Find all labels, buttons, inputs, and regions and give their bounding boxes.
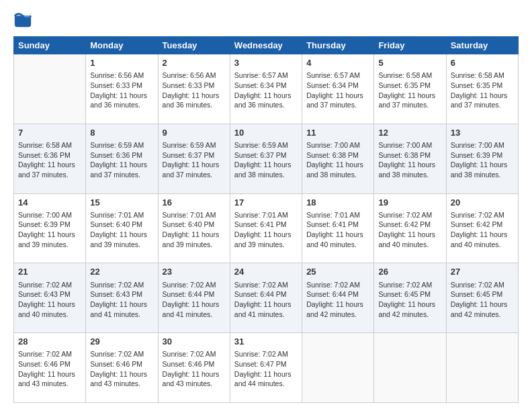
calendar-table: SundayMondayTuesdayWednesdayThursdayFrid… xyxy=(13,36,519,403)
sunset: Sunset: 6:34 PM xyxy=(234,81,287,89)
sunset: Sunset: 6:42 PM xyxy=(451,220,503,228)
page: SundayMondayTuesdayWednesdayThursdayFrid… xyxy=(0,0,532,411)
daylight: Daylight: 11 hours and 36 minutes. xyxy=(90,91,147,109)
sunrise: Sunrise: 6:57 AM xyxy=(234,71,288,79)
sunrise: Sunrise: 7:02 AM xyxy=(234,281,288,289)
calendar-cell: 28Sunrise: 7:02 AMSunset: 6:46 PMDayligh… xyxy=(14,333,86,403)
day-number: 20 xyxy=(451,197,514,209)
sunset: Sunset: 6:46 PM xyxy=(163,360,215,368)
calendar-cell: 6Sunrise: 6:58 AMSunset: 6:35 PMDaylight… xyxy=(446,54,518,124)
daylight: Daylight: 11 hours and 41 minutes. xyxy=(90,300,147,318)
sunset: Sunset: 6:34 PM xyxy=(306,81,359,89)
calendar-cell: 12Sunrise: 7:00 AMSunset: 6:38 PMDayligh… xyxy=(374,124,446,193)
day-number: 31 xyxy=(234,336,298,348)
calendar-cell: 4Sunrise: 6:57 AMSunset: 6:34 PMDaylight… xyxy=(302,54,374,124)
sunset: Sunset: 6:35 PM xyxy=(378,81,431,89)
calendar-cell: 29Sunrise: 7:02 AMSunset: 6:46 PMDayligh… xyxy=(86,333,158,403)
day-number: 23 xyxy=(163,266,226,278)
calendar-cell: 16Sunrise: 7:01 AMSunset: 6:40 PMDayligh… xyxy=(158,193,230,263)
col-header-thursday: Thursday xyxy=(302,37,374,54)
daylight: Daylight: 11 hours and 37 minutes. xyxy=(163,161,220,179)
daylight: Daylight: 11 hours and 39 minutes. xyxy=(90,230,147,248)
daylight: Daylight: 11 hours and 38 minutes. xyxy=(234,161,292,179)
day-number: 7 xyxy=(18,127,81,139)
day-number: 2 xyxy=(163,57,226,69)
day-number: 11 xyxy=(306,127,369,139)
day-number: 25 xyxy=(306,266,369,278)
sunrise: Sunrise: 7:02 AM xyxy=(163,281,216,289)
sunset: Sunset: 6:41 PM xyxy=(306,220,359,228)
calendar-cell: 8Sunrise: 6:59 AMSunset: 6:36 PMDaylight… xyxy=(86,124,158,193)
calendar-cell xyxy=(302,333,374,403)
calendar-cell: 1Sunrise: 6:56 AMSunset: 6:33 PMDaylight… xyxy=(86,54,158,124)
sunset: Sunset: 6:36 PM xyxy=(90,151,142,159)
sunset: Sunset: 6:37 PM xyxy=(163,151,215,159)
sunrise: Sunrise: 7:02 AM xyxy=(306,281,360,289)
daylight: Daylight: 11 hours and 38 minutes. xyxy=(451,161,508,179)
daylight: Daylight: 11 hours and 43 minutes. xyxy=(163,370,220,388)
day-number: 24 xyxy=(234,266,298,278)
calendar-cell: 24Sunrise: 7:02 AMSunset: 6:44 PMDayligh… xyxy=(230,263,302,333)
daylight: Daylight: 11 hours and 38 minutes. xyxy=(306,161,363,179)
daylight: Daylight: 11 hours and 42 minutes. xyxy=(306,300,363,318)
daylight: Daylight: 11 hours and 37 minutes. xyxy=(451,91,508,109)
day-number: 13 xyxy=(451,127,514,139)
sunrise: Sunrise: 6:56 AM xyxy=(163,71,216,79)
day-number: 3 xyxy=(234,57,298,69)
sunset: Sunset: 6:33 PM xyxy=(90,81,142,89)
day-number: 6 xyxy=(451,57,514,69)
day-number: 9 xyxy=(163,127,226,139)
calendar-week-row: 7Sunrise: 6:58 AMSunset: 6:36 PMDaylight… xyxy=(14,124,519,193)
sunset: Sunset: 6:41 PM xyxy=(234,220,287,228)
sunrise: Sunrise: 6:59 AM xyxy=(90,141,144,149)
sunset: Sunset: 6:36 PM xyxy=(18,151,71,159)
sunrise: Sunrise: 7:02 AM xyxy=(234,350,288,358)
sunset: Sunset: 6:37 PM xyxy=(234,151,287,159)
header xyxy=(13,11,519,30)
calendar-week-row: 1Sunrise: 6:56 AMSunset: 6:33 PMDaylight… xyxy=(14,54,519,124)
daylight: Daylight: 11 hours and 40 minutes. xyxy=(378,230,435,248)
sunset: Sunset: 6:45 PM xyxy=(451,290,503,298)
calendar-cell: 14Sunrise: 7:00 AMSunset: 6:39 PMDayligh… xyxy=(14,193,86,263)
sunset: Sunset: 6:43 PM xyxy=(90,290,142,298)
logo xyxy=(13,11,35,30)
sunset: Sunset: 6:45 PM xyxy=(378,290,431,298)
col-header-wednesday: Wednesday xyxy=(230,37,302,54)
daylight: Daylight: 11 hours and 37 minutes. xyxy=(306,91,363,109)
daylight: Daylight: 11 hours and 40 minutes. xyxy=(18,300,75,318)
day-number: 26 xyxy=(378,266,441,278)
sunrise: Sunrise: 7:00 AM xyxy=(451,141,504,149)
calendar-cell: 3Sunrise: 6:57 AMSunset: 6:34 PMDaylight… xyxy=(230,54,302,124)
day-number: 19 xyxy=(378,197,441,209)
col-header-friday: Friday xyxy=(374,37,446,54)
day-number: 1 xyxy=(90,57,153,69)
sunset: Sunset: 6:39 PM xyxy=(18,220,71,228)
calendar-cell: 23Sunrise: 7:02 AMSunset: 6:44 PMDayligh… xyxy=(158,263,230,333)
calendar-week-row: 21Sunrise: 7:02 AMSunset: 6:43 PMDayligh… xyxy=(14,263,519,333)
sunrise: Sunrise: 7:01 AM xyxy=(234,211,288,219)
sunset: Sunset: 6:44 PM xyxy=(234,290,287,298)
day-number: 15 xyxy=(90,197,153,209)
calendar-header-row: SundayMondayTuesdayWednesdayThursdayFrid… xyxy=(14,37,519,54)
sunset: Sunset: 6:46 PM xyxy=(90,360,142,368)
sunrise: Sunrise: 7:00 AM xyxy=(306,141,360,149)
day-number: 14 xyxy=(18,197,81,209)
day-number: 16 xyxy=(163,197,226,209)
day-number: 28 xyxy=(18,336,81,348)
sunrise: Sunrise: 6:58 AM xyxy=(378,71,432,79)
sunset: Sunset: 6:40 PM xyxy=(90,220,142,228)
sunset: Sunset: 6:42 PM xyxy=(378,220,431,228)
calendar-cell: 26Sunrise: 7:02 AMSunset: 6:45 PMDayligh… xyxy=(374,263,446,333)
day-number: 18 xyxy=(306,197,369,209)
sunrise: Sunrise: 7:02 AM xyxy=(90,350,144,358)
sunrise: Sunrise: 7:02 AM xyxy=(451,281,504,289)
daylight: Daylight: 11 hours and 37 minutes. xyxy=(90,161,147,179)
sunrise: Sunrise: 6:56 AM xyxy=(90,71,144,79)
col-header-saturday: Saturday xyxy=(446,37,518,54)
day-number: 27 xyxy=(451,266,514,278)
daylight: Daylight: 11 hours and 42 minutes. xyxy=(451,300,508,318)
day-number: 21 xyxy=(18,266,81,278)
day-number: 30 xyxy=(163,336,226,348)
calendar-cell: 2Sunrise: 6:56 AMSunset: 6:33 PMDaylight… xyxy=(158,54,230,124)
daylight: Daylight: 11 hours and 44 minutes. xyxy=(234,370,292,388)
